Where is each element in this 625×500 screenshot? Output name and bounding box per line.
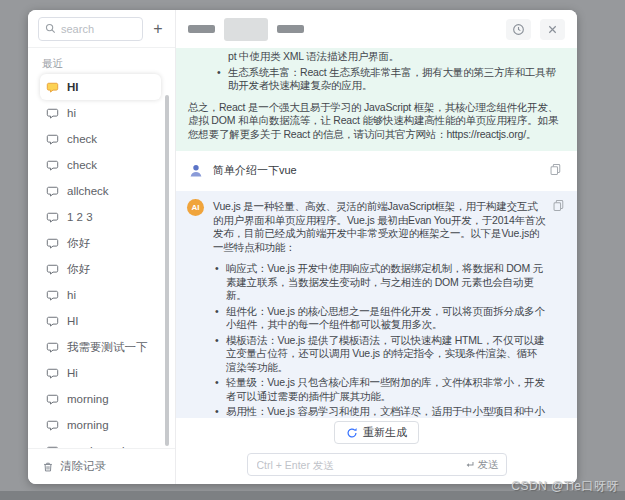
chat-bubble-icon <box>46 133 59 146</box>
clock-icon <box>512 23 525 36</box>
chat-bubble-icon <box>46 159 59 172</box>
sidebar-item-label: 1 2 3 <box>67 211 93 223</box>
message-input-row: 发送 <box>247 453 507 476</box>
react-bullet-list: 生态系统丰富：React 生态系统非常丰富，拥有大量的第三方库和工具帮助开发者快… <box>215 66 561 93</box>
sidebar-list: 最近 HIhicheckcheckallcheck1 2 3你好你好hiHI我需… <box>28 48 175 448</box>
chat-bubble-icon <box>46 237 59 250</box>
sidebar-item-label: check <box>67 159 97 171</box>
assistant-message-body: Vue.js 是一种轻量、高效、灵活的前端JavaScript框架，用于构建交互… <box>213 200 547 418</box>
close-button[interactable] <box>540 19 565 40</box>
chat-bubble-icon <box>46 211 59 224</box>
regenerate-label: 重新生成 <box>363 425 407 440</box>
vue-bullet: 易用性：Vue.js 容易学习和使用，文档详尽，适用于中小型项目和中小型企业使用… <box>213 405 547 418</box>
sidebar-item[interactable]: allcheck <box>40 178 161 204</box>
vue-bullet: 响应式：Vue.js 开发中使用响应式的数据绑定机制，将数据和 DOM 元素建立… <box>213 262 547 303</box>
vue-bullet-list: 响应式：Vue.js 开发中使用响应式的数据绑定机制，将数据和 DOM 元素建立… <box>213 262 547 418</box>
sidebar-item[interactable]: good morning <box>40 438 161 448</box>
sidebar-scrollbar[interactable] <box>165 95 169 446</box>
chat-bubble-icon <box>46 367 59 380</box>
chat-bubble-icon <box>46 341 59 354</box>
main-header <box>176 10 577 48</box>
sidebar-item[interactable]: HI <box>40 74 161 100</box>
sidebar-item-label: hi <box>67 107 76 119</box>
history-button[interactable] <box>506 19 531 40</box>
new-chat-button[interactable]: + <box>149 20 167 38</box>
sidebar-items: HIhicheckcheckallcheck1 2 3你好你好hiHI我需要测试… <box>40 74 161 448</box>
user-message-text: 简单介绍一下vue <box>213 164 538 178</box>
sidebar-item[interactable]: check <box>40 126 161 152</box>
react-bullet: 生态系统丰富：React 生态系统非常丰富，拥有大量的第三方库和工具帮助开发者快… <box>215 66 561 93</box>
clear-history-button[interactable]: 清除记录 <box>28 448 175 484</box>
vue-bullet: 模板语法：Vue.js 提供了模板语法，可以快速构建 HTML，不仅可以建立变量… <box>213 334 547 375</box>
recent-section-label: 最近 <box>42 57 161 71</box>
copy-icon <box>549 163 562 176</box>
redacted-title-bar <box>277 25 304 33</box>
sidebar-item-label: HI <box>67 81 79 93</box>
sidebar-item-label: 我需要测试一下 <box>67 340 148 355</box>
redacted-title-bar <box>188 25 215 33</box>
chat-bubble-icon <box>46 289 59 302</box>
sidebar: + 最近 HIhicheckcheckallcheck1 2 3你好你好hiHI… <box>28 10 176 484</box>
vue-bullet: 组件化：Vue.js 的核心思想之一是组件化开发，可以将页面拆分成多个小组件，其… <box>213 305 547 332</box>
sidebar-item[interactable]: Hi <box>40 360 161 386</box>
chat-bubble-icon <box>46 393 59 406</box>
message-text: Vue.js 是一种轻量、高效、灵活的前端JavaScript框架，用于构建交互… <box>213 200 547 254</box>
sidebar-item-label: HI <box>67 315 79 327</box>
chat-bubble-icon <box>46 185 59 198</box>
search-icon <box>45 23 56 34</box>
csdn-watermark: CSDN @Tie口呀呀 <box>511 478 619 495</box>
user-avatar-icon <box>188 163 204 179</box>
sidebar-item[interactable]: hi <box>40 282 161 308</box>
copy-button[interactable] <box>547 163 563 179</box>
sidebar-item[interactable]: 我需要测试一下 <box>40 334 161 360</box>
vue-bullet: 轻量级：Vue.js 只包含核心库和一些附加的库，文件体积非常小，开发者可以通过… <box>213 376 547 403</box>
search-input[interactable] <box>61 23 136 35</box>
send-button[interactable]: 发送 <box>464 453 499 476</box>
chat-bubble-icon <box>46 81 59 94</box>
sidebar-item[interactable]: 你好 <box>40 256 161 282</box>
sidebar-item[interactable]: morning <box>40 412 161 438</box>
copy-button[interactable] <box>550 199 566 215</box>
sidebar-item[interactable]: HI <box>40 308 161 334</box>
message-text: pt 中使用类 XML 语法描述用户界面。 <box>228 50 561 64</box>
main-panel: pt 中使用类 XML 语法描述用户界面。 生态系统丰富：React 生态系统非… <box>176 10 577 484</box>
sidebar-item[interactable]: 1 2 3 <box>40 204 161 230</box>
close-icon <box>547 24 558 35</box>
trash-icon <box>42 461 54 473</box>
sidebar-item[interactable]: morning <box>40 386 161 412</box>
assistant-message-react: pt 中使用类 XML 语法描述用户界面。 生态系统丰富：React 生态系统非… <box>176 48 577 151</box>
user-message: 简单介绍一下vue <box>176 151 577 191</box>
chat-messages: pt 中使用类 XML 语法描述用户界面。 生态系统丰富：React 生态系统非… <box>176 48 577 418</box>
chat-bubble-icon <box>46 107 59 120</box>
sidebar-item-label: 你好 <box>67 236 90 251</box>
assistant-message-vue: AI Vue.js 是一种轻量、高效、灵活的前端JavaScript框架，用于构… <box>176 191 577 418</box>
ai-badge: AI <box>187 199 204 216</box>
sidebar-item-label: morning <box>67 419 109 431</box>
sidebar-item-label: hi <box>67 289 76 301</box>
sidebar-item[interactable]: 你好 <box>40 230 161 256</box>
chat-bubble-icon <box>46 315 59 328</box>
send-label: 发送 <box>478 458 499 472</box>
clear-history-label: 清除记录 <box>60 459 106 474</box>
composer-area: 重新生成 发送 <box>176 418 577 484</box>
refresh-icon <box>346 427 358 439</box>
enter-key-icon <box>464 459 475 470</box>
redacted-title-block <box>224 18 268 41</box>
search-box <box>38 17 143 41</box>
sidebar-item[interactable]: hi <box>40 100 161 126</box>
sidebar-search-row: + <box>28 10 175 48</box>
sidebar-item-label: check <box>67 133 97 145</box>
sidebar-item[interactable]: check <box>40 152 161 178</box>
sidebar-item-label: 你好 <box>67 262 90 277</box>
chat-bubble-icon <box>46 419 59 432</box>
chat-bubble-icon <box>46 263 59 276</box>
chat-window: + 最近 HIhicheckcheckallcheck1 2 3你好你好hiHI… <box>28 10 577 484</box>
message-text: 总之，React 是一个强大且易于学习的 JavaScript 框架，其核心理念… <box>188 101 561 142</box>
sidebar-item-label: morning <box>67 393 109 405</box>
copy-icon <box>552 199 565 212</box>
regenerate-button[interactable]: 重新生成 <box>334 421 419 444</box>
sidebar-item-label: allcheck <box>67 185 109 197</box>
sidebar-item-label: Hi <box>67 367 78 379</box>
